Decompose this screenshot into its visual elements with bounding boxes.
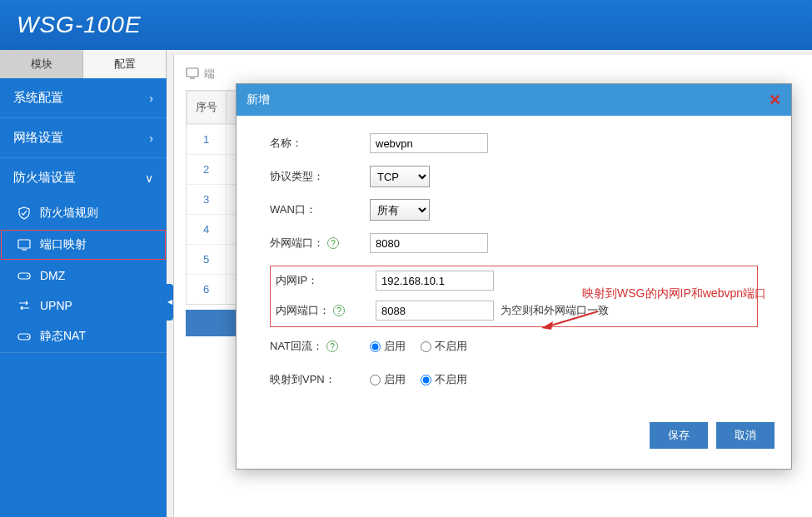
- row-int-port: 内网端口： ? 为空则和外网端口一致: [276, 300, 752, 321]
- nav-item-firewall-rules[interactable]: 防火墙规则: [0, 197, 167, 229]
- svg-rect-0: [18, 240, 30, 248]
- cell-seq: 1: [187, 125, 227, 154]
- cell-seq: 3: [187, 185, 227, 214]
- radio-vpn-disable[interactable]: 不启用: [421, 372, 467, 387]
- cell-seq: 4: [187, 215, 227, 244]
- label-int-ip: 内网IP：: [276, 273, 376, 288]
- table-header-seq: 序号: [187, 91, 227, 124]
- help-icon[interactable]: ?: [326, 341, 338, 352]
- row-protocol: 协议类型： TCP: [270, 166, 758, 187]
- nav-label: 网络设置: [13, 130, 63, 146]
- svg-point-3: [27, 276, 28, 277]
- label-vpn: 映射到VPN：: [270, 372, 370, 387]
- nav-header-firewall[interactable]: 防火墙设置 ∨: [0, 158, 167, 197]
- row-vpn: 映射到VPN： 启用 不启用: [270, 369, 758, 390]
- label-protocol: 协议类型：: [270, 169, 370, 184]
- chevron-down-icon: ∨: [145, 172, 153, 185]
- screen-icon: [186, 67, 199, 82]
- close-icon[interactable]: ✕: [769, 91, 781, 109]
- row-ext-port: 外网端口： ?: [270, 232, 758, 254]
- nav-label: 防火墙设置: [13, 170, 76, 186]
- radio-vpn-enable[interactable]: 启用: [370, 372, 406, 387]
- sidebar-tabs: 模块 配置: [0, 50, 167, 78]
- sidebar: 模块 配置 系统配置 › 网络设置 › 防火墙设置 ∨: [0, 50, 167, 517]
- label-nat-loop: NAT回流： ?: [270, 339, 370, 354]
- cell-seq: 2: [187, 155, 227, 184]
- tab-config[interactable]: 配置: [83, 50, 167, 78]
- row-nat-loop: NAT回流： ? 启用 不启用: [270, 336, 758, 357]
- cell-seq: 5: [187, 245, 227, 274]
- row-wan: WAN口： 所有: [270, 199, 758, 221]
- nav-section-network: 网络设置 ›: [0, 118, 167, 158]
- nav-label: 系统配置: [13, 90, 63, 106]
- select-protocol[interactable]: TCP: [370, 166, 430, 187]
- app-title: WSG-100E: [17, 12, 142, 38]
- nav-section-system: 系统配置 ›: [0, 78, 167, 118]
- chevron-right-icon: ›: [149, 132, 153, 145]
- radio-group-nat: 启用 不启用: [370, 339, 467, 354]
- nav-header-system[interactable]: 系统配置 ›: [0, 78, 167, 117]
- nav-item-label: 静态NAT: [40, 329, 86, 344]
- drive-icon: [17, 270, 32, 281]
- drive-icon: [17, 331, 32, 342]
- help-icon[interactable]: ?: [327, 237, 339, 249]
- label-name: 名称：: [270, 136, 370, 151]
- dialog-body: 名称： 协议类型： TCP WAN口： 所有 外网端口： ? 内网IP：: [237, 116, 791, 410]
- tab-module[interactable]: 模块: [0, 50, 83, 78]
- nav-item-label: 端口映射: [40, 237, 87, 252]
- cancel-button[interactable]: 取消: [716, 422, 775, 449]
- save-button[interactable]: 保存: [650, 422, 708, 449]
- nav-item-static-nat[interactable]: 静态NAT: [0, 321, 167, 352]
- svg-point-5: [27, 336, 28, 338]
- highlighted-group: 内网IP： 内网端口： ? 为空则和外网端口一致: [270, 266, 758, 327]
- nav-header-network[interactable]: 网络设置 ›: [0, 118, 167, 157]
- label-ext-port: 外网端口： ?: [270, 236, 370, 251]
- input-int-ip[interactable]: [376, 271, 494, 291]
- dialog-header: 新增 ✕: [237, 84, 791, 116]
- radio-nat-enable[interactable]: 启用: [370, 339, 406, 354]
- nav-item-port-mapping[interactable]: 端口映射: [0, 229, 167, 261]
- dialog-title: 新增: [247, 92, 270, 107]
- radio-group-vpn: 启用 不启用: [370, 372, 467, 387]
- chevron-right-icon: ›: [149, 92, 153, 105]
- screen-icon: [17, 239, 32, 251]
- dialog-footer: 保存 取消: [237, 410, 791, 469]
- nav-section-firewall: 防火墙设置 ∨ 防火墙规则 端口映射 DMZ: [0, 158, 167, 353]
- nav-item-label: 防火墙规则: [40, 206, 98, 221]
- cell-seq: 6: [187, 275, 227, 304]
- label-wan: WAN口：: [270, 202, 370, 217]
- select-wan[interactable]: 所有: [370, 199, 430, 221]
- sidebar-collapse-handle[interactable]: [167, 284, 173, 321]
- input-int-port[interactable]: [376, 301, 494, 321]
- input-ext-port[interactable]: [370, 233, 488, 253]
- app-header: WSG-100E: [0, 0, 812, 50]
- help-icon[interactable]: ?: [333, 305, 345, 316]
- swap-icon: [17, 300, 32, 311]
- nav-item-dmz[interactable]: DMZ: [0, 261, 167, 291]
- row-int-ip: 内网IP：: [276, 270, 752, 291]
- radio-nat-disable[interactable]: 不启用: [421, 339, 467, 354]
- breadcrumb-text: 端: [204, 67, 215, 82]
- nav-item-upnp[interactable]: UPNP: [0, 291, 167, 321]
- nav-item-label: UPNP: [40, 299, 72, 312]
- hint-int-port: 为空则和外网端口一致: [501, 303, 609, 318]
- input-name[interactable]: [370, 133, 488, 153]
- shield-icon: [17, 207, 32, 219]
- nav-item-label: DMZ: [40, 269, 65, 282]
- svg-rect-6: [187, 68, 198, 77]
- label-int-port: 内网端口： ?: [276, 303, 376, 318]
- row-name: 名称：: [270, 132, 758, 154]
- add-dialog: 新增 ✕ 名称： 协议类型： TCP WAN口： 所有 外网端口： ?: [236, 83, 792, 470]
